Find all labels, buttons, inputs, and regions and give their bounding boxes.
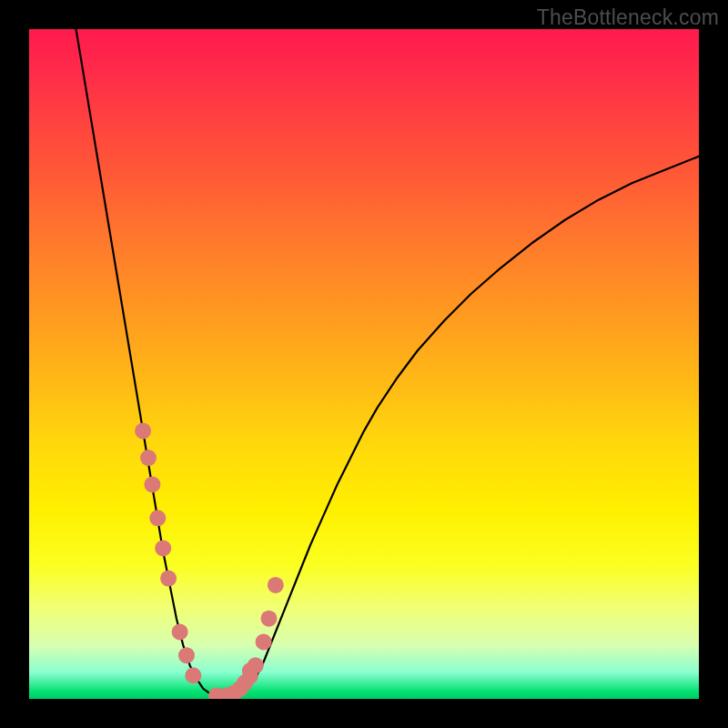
scatter-point xyxy=(260,611,277,627)
chart-frame: TheBottleneck.com xyxy=(0,0,728,728)
scatter-point xyxy=(160,571,177,587)
scatter-point xyxy=(185,667,201,683)
scatter-point xyxy=(172,623,188,640)
marker-layer xyxy=(135,423,284,699)
scatter-point xyxy=(178,647,195,663)
curve-layer xyxy=(76,29,699,697)
watermark-label: TheBottleneck.com xyxy=(537,5,719,30)
scatter-point xyxy=(242,662,258,679)
chart-svg xyxy=(29,29,699,699)
scatter-point xyxy=(268,577,284,593)
plot-area xyxy=(29,29,699,699)
scatter-point xyxy=(155,540,171,556)
scatter-point xyxy=(144,476,160,492)
scatter-point xyxy=(140,450,157,466)
bottleneck-curve xyxy=(76,29,699,697)
scatter-point xyxy=(135,423,151,440)
scatter-point xyxy=(149,510,166,526)
scatter-point xyxy=(256,633,272,650)
